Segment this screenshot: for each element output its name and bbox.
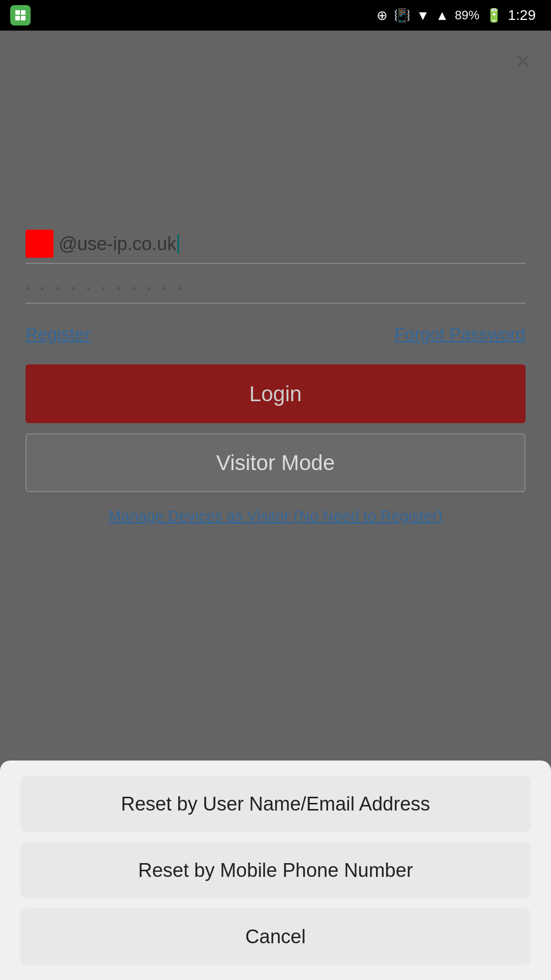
register-link[interactable]: Register (26, 324, 90, 344)
status-icons: ⊕ 📳 ▼ ▲ 89% 🔋 1:29 (377, 7, 536, 23)
svg-rect-0 (15, 10, 20, 15)
email-value: @use-ip.co.uk (59, 233, 177, 255)
close-button[interactable]: × (516, 46, 531, 76)
svg-rect-2 (15, 16, 20, 20)
signal-icon: ▲ (436, 8, 449, 23)
login-button[interactable]: Login (26, 364, 525, 423)
time-display: 1:29 (508, 7, 536, 23)
login-form: @use-ip.co.uk • • • • • • • • • • • Regi… (26, 225, 525, 525)
forgot-password-link[interactable]: Forgot Password (394, 324, 525, 344)
password-input-container[interactable]: • • • • • • • • • • • (26, 274, 525, 304)
reset-by-phone-button[interactable]: Reset by Mobile Phone Number (20, 842, 531, 898)
battery-icon: 🔋 (486, 8, 502, 23)
reset-by-email-button[interactable]: Reset by User Name/Email Address (20, 776, 531, 832)
vibrate-icon: 📳 (394, 8, 410, 23)
manage-devices-link[interactable]: Manage Devices as Visitor (No Need to Re… (26, 507, 525, 525)
email-field[interactable]: @use-ip.co.uk (59, 233, 525, 255)
app-icon-area (10, 5, 31, 26)
app-icon (10, 5, 31, 26)
battery-percent: 89% (455, 8, 479, 22)
status-bar: ⊕ 📳 ▼ ▲ 89% 🔋 1:29 (0, 0, 551, 31)
bottom-sheet: Reset by User Name/Email Address Reset b… (0, 761, 551, 980)
text-cursor (178, 234, 179, 254)
wifi-icon: ▼ (416, 8, 430, 23)
password-dots: • • • • • • • • • • • (26, 282, 525, 295)
svg-rect-3 (21, 16, 26, 20)
add-icon: ⊕ (377, 8, 388, 23)
email-input-container[interactable]: @use-ip.co.uk (26, 225, 525, 264)
main-background: × @use-ip.co.uk • • • • • • • • • • • Re… (0, 31, 551, 980)
cancel-button[interactable]: Cancel (20, 909, 531, 965)
email-avatar (26, 230, 54, 258)
visitor-mode-button[interactable]: Visitor Mode (26, 433, 525, 492)
links-row: Register Forgot Password (26, 324, 525, 344)
svg-rect-1 (21, 10, 26, 15)
